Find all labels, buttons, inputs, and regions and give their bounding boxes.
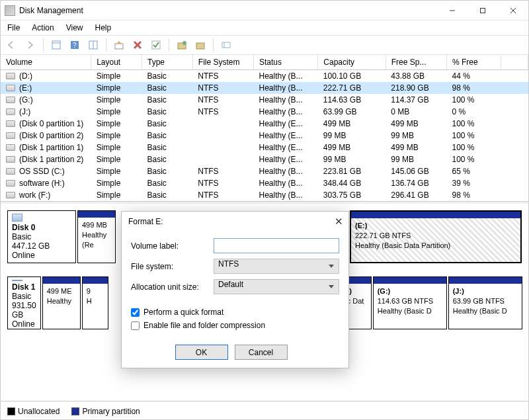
close-button[interactable]	[498, 1, 528, 21]
volume-row[interactable]: work (F:)SimpleBasicNTFSHealthy (B...303…	[1, 189, 528, 201]
volume-row[interactable]: (Disk 1 partition 2)SimpleBasicHealthy (…	[1, 153, 528, 165]
aus-label: Allocation unit size:	[131, 282, 214, 292]
volume-icon	[6, 180, 15, 187]
menu-bar: File Action View Help	[1, 21, 528, 35]
delete-icon[interactable]	[130, 38, 145, 52]
volume-label-input[interactable]	[214, 238, 339, 253]
partition[interactable]: 499 MBHealthy (Re	[77, 210, 116, 263]
partition[interactable]: 9H	[82, 276, 108, 329]
partition[interactable]: (G:)114.63 GB NTFSHealthy (Basic D	[373, 276, 447, 329]
dialog-title: Format E:	[128, 217, 163, 226]
window-title: Disk Management	[19, 6, 83, 15]
volume-icon	[6, 97, 15, 103]
column-header[interactable]: Layout	[91, 55, 142, 70]
volume-row[interactable]: OS SSD (C:)SimpleBasicNTFSHealthy (B...2…	[1, 165, 528, 177]
toolbar: ?	[1, 35, 528, 55]
volume-row[interactable]: (E:)SimpleBasicNTFSHealthy (B...222.71 G…	[1, 82, 528, 94]
volume-icon	[6, 85, 15, 91]
volume-label-label: Volume label:	[131, 241, 214, 251]
refresh-icon[interactable]	[112, 38, 126, 52]
maximize-button[interactable]	[468, 1, 498, 21]
tool2-icon[interactable]	[193, 38, 208, 52]
primary-swatch	[71, 407, 79, 415]
minimize-button[interactable]	[437, 1, 468, 21]
svg-rect-1	[481, 8, 485, 13]
svg-rect-10	[115, 44, 123, 49]
column-header[interactable]: Free Sp...	[386, 55, 446, 70]
filesystem-select[interactable]: NTFS	[214, 259, 339, 274]
help-icon[interactable]: ?	[67, 38, 82, 52]
legend: Unallocated Primary partition	[1, 401, 528, 420]
partition[interactable]: 499 MEHealthy	[42, 276, 81, 329]
volume-row[interactable]: (D:)SimpleBasicNTFSHealthy (B...100.10 G…	[1, 70, 528, 83]
forward-button[interactable]	[23, 38, 38, 52]
format-dialog: Format E: ✕ Volume label: File system: N…	[121, 211, 349, 368]
column-header[interactable]: Capacity	[318, 55, 386, 70]
menu-help[interactable]: Help	[95, 23, 112, 32]
volume-row[interactable]: (J:)SimpleBasicNTFSHealthy (B...63.99 GB…	[1, 106, 528, 118]
volume-icon	[6, 168, 15, 175]
volume-row[interactable]: (G:)SimpleBasicNTFSHealthy (B...114.63 G…	[1, 94, 528, 106]
volume-row[interactable]: software (H:)SimpleBasicNTFSHealthy (B..…	[1, 177, 528, 189]
column-header[interactable]: Status	[254, 55, 318, 70]
volume-icon	[6, 120, 15, 127]
options-icon[interactable]	[149, 38, 163, 52]
column-header[interactable]: File System	[192, 55, 253, 70]
menu-action[interactable]: Action	[32, 23, 54, 32]
svg-point-15	[183, 41, 186, 45]
title-bar: Disk Management	[1, 1, 528, 21]
compression-checkbox[interactable]: Enable file and folder compression	[131, 321, 339, 330]
svg-text:?: ?	[73, 42, 77, 49]
disk-icon	[12, 280, 22, 281]
menu-file[interactable]: File	[7, 23, 20, 32]
volume-icon	[6, 73, 15, 79]
cancel-button[interactable]: Cancel	[235, 345, 288, 360]
volume-icon	[6, 192, 15, 198]
svg-rect-16	[196, 43, 204, 49]
legend-unallocated: Unallocated	[18, 407, 60, 416]
menu-view[interactable]: View	[66, 23, 83, 32]
partition[interactable]: (E:)222.71 GB NTFSHealthy (Basic Data Pa…	[350, 210, 522, 263]
ok-button[interactable]: OK	[175, 345, 228, 360]
column-header[interactable]: Type	[142, 55, 192, 70]
volume-list: VolumeLayoutTypeFile SystemStatusCapacit…	[1, 55, 528, 202]
volume-icon	[6, 144, 15, 151]
svg-rect-4	[52, 41, 60, 49]
disk-info[interactable]: Disk 0Basic447.12 GBOnline	[7, 210, 76, 263]
back-button[interactable]	[5, 38, 19, 52]
app-icon	[5, 5, 15, 16]
partition[interactable]: (J:)63.99 GB NTFSHealthy (Basic D	[448, 276, 522, 329]
column-header[interactable]: % Free	[446, 55, 501, 70]
column-header[interactable]: Volume	[1, 55, 91, 70]
volume-icon	[6, 108, 15, 115]
tool1-icon[interactable]	[175, 38, 189, 52]
volume-row[interactable]: (Disk 0 partition 1)SimpleBasicHealthy (…	[1, 118, 528, 130]
volume-icon	[6, 132, 15, 139]
dialog-close-button[interactable]: ✕	[335, 216, 343, 228]
tool3-icon[interactable]	[219, 38, 233, 52]
volume-row[interactable]: (Disk 1 partition 1)SimpleBasicHealthy (…	[1, 142, 528, 153]
volume-row[interactable]: (Disk 0 partition 2)SimpleBasicHealthy (…	[1, 130, 528, 142]
aus-select[interactable]: Default	[214, 279, 339, 294]
properties-icon[interactable]	[49, 38, 63, 52]
volume-icon	[6, 156, 15, 163]
legend-primary: Primary partition	[82, 407, 140, 416]
unallocated-swatch	[7, 407, 15, 415]
svg-rect-17	[222, 42, 230, 48]
disk-info[interactable]: Disk 1Basic931.50 GBOnline	[7, 276, 41, 329]
view-icon[interactable]	[86, 38, 101, 52]
filesystem-label: File system:	[131, 262, 214, 271]
disk-icon	[12, 214, 22, 222]
quick-format-checkbox[interactable]: Perform a quick format	[131, 308, 339, 317]
